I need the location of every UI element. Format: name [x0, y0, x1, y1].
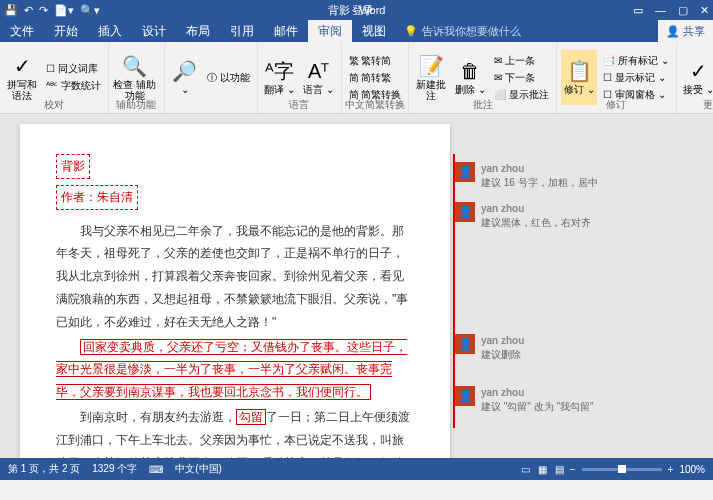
- comment[interactable]: 👤yan zhou建议 16 号字，加粗，居中: [455, 162, 598, 190]
- ribbon-button[interactable]: 🔎⌄: [169, 50, 201, 105]
- zoom-in[interactable]: +: [668, 464, 674, 475]
- ribbon-small-button[interactable]: 繁 繁转简: [346, 53, 405, 69]
- ribbon-button[interactable]: 🗑删除 ⌄: [452, 50, 488, 105]
- group-label: 校对: [0, 98, 108, 112]
- comment-author: yan zhou: [481, 386, 594, 400]
- tell-me[interactable]: 💡 告诉我你想要做什么: [396, 20, 529, 42]
- ribbon-button[interactable]: ᴬ字翻译 ⌄: [262, 50, 298, 105]
- ribbon-small-button[interactable]: 简 简转繁: [346, 70, 405, 86]
- zoom-slider[interactable]: [582, 468, 662, 471]
- group-label: 中文简繁转换: [342, 98, 409, 112]
- tab-file[interactable]: 文件: [0, 20, 44, 42]
- close-icon[interactable]: ✕: [700, 4, 709, 17]
- tracked-delete: 回家变卖典质，父亲还了亏空；又借钱办了丧事。这些日子，家中光景很是惨淡，一半为了…: [56, 339, 407, 401]
- tab-design[interactable]: 设计: [132, 20, 176, 42]
- ribbon-small-button[interactable]: ⓘ 以功能: [204, 70, 253, 86]
- avatar-icon: 👤: [455, 386, 475, 406]
- ribbon-small-button[interactable]: ☐ 同义词库: [43, 61, 104, 77]
- qat-doc[interactable]: 📄▾: [54, 4, 74, 17]
- group-label: 辅助功能: [109, 98, 164, 112]
- ribbon-tabs: 文件 开始 插入 设计 布局 引用 邮件 审阅 视图 💡 告诉我你想要做什么 👤…: [0, 20, 713, 42]
- ribbon-small-button[interactable]: 📑 所有标记 ⌄: [600, 53, 672, 69]
- comment-author: yan zhou: [481, 334, 524, 348]
- ribbon: ✓拼写和语法☐ 同义词库ᴬᴮᶜ 字数统计校对🔍检查 辅助功能辅助功能🔎⌄ⓘ 以功…: [0, 42, 713, 114]
- comment-text: 建议删除: [481, 348, 524, 362]
- tracked-change: 勾留: [236, 409, 266, 425]
- doc-author[interactable]: 作者：朱自清: [56, 185, 138, 210]
- web-layout-icon[interactable]: ▤: [555, 464, 564, 475]
- ribbon-button[interactable]: ✓接受 ⌄: [681, 50, 713, 105]
- paragraph[interactable]: 回家变卖典质，父亲还了亏空；又借钱办了丧事。这些日子，家中光景很是惨淡，一半为了…: [56, 336, 414, 404]
- zoom-level[interactable]: 100%: [679, 464, 705, 475]
- ribbon-small-button[interactable]: ✉ 上一条: [491, 53, 552, 69]
- ime-indicator[interactable]: ⌨: [149, 464, 163, 475]
- qat-find[interactable]: 🔍▾: [80, 4, 100, 17]
- ribbon-display-icon[interactable]: ▭: [633, 4, 643, 17]
- tab-view[interactable]: 视图: [352, 20, 396, 42]
- print-layout-icon[interactable]: ▦: [538, 464, 547, 475]
- ribbon-button[interactable]: 📋修订 ⌄: [561, 50, 597, 105]
- minimize-icon[interactable]: —: [655, 4, 666, 17]
- comment[interactable]: 👤yan zhou建议 "勾留" 改为 "我勾留": [455, 386, 594, 414]
- paragraph[interactable]: 我与父亲不相见已二年余了，我最不能忘记的是他的背影。那年冬天，祖母死了，父亲的差…: [56, 220, 414, 334]
- page-indicator[interactable]: 第 1 页，共 2 页: [8, 462, 80, 476]
- status-bar: 第 1 页，共 2 页 1329 个字 ⌨ 中文(中国) ▭ ▦ ▤ − + 1…: [0, 458, 713, 480]
- qat-undo[interactable]: ↶: [24, 4, 33, 17]
- tab-mailings[interactable]: 邮件: [264, 20, 308, 42]
- tab-insert[interactable]: 插入: [88, 20, 132, 42]
- language-indicator[interactable]: 中文(中国): [175, 462, 222, 476]
- comment-author: yan zhou: [481, 202, 591, 216]
- window-title: 背影 - Word: [328, 3, 386, 18]
- group-label: 语言: [258, 98, 341, 112]
- ribbon-button[interactable]: 📝新建批注: [413, 50, 449, 105]
- document-area: 背影 作者：朱自清 我与父亲不相见已二年余了，我最不能忘记的是他的背影。那年冬天…: [0, 114, 713, 458]
- comments-pane: 👤yan zhou建议 16 号字，加粗，居中👤yan zhou建议黑体，红色，…: [455, 124, 695, 458]
- ribbon-button[interactable]: ✓拼写和语法: [4, 50, 40, 105]
- maximize-icon[interactable]: ▢: [678, 4, 688, 17]
- group-label: 批注: [409, 98, 556, 112]
- doc-title[interactable]: 背影: [56, 154, 90, 179]
- comment[interactable]: 👤yan zhou建议黑体，红色，右对齐: [455, 202, 591, 230]
- avatar-icon: 👤: [455, 334, 475, 354]
- qat-save[interactable]: 💾: [4, 4, 18, 17]
- word-count[interactable]: 1329 个字: [92, 462, 137, 476]
- paragraph[interactable]: 到南京时，有朋友约去游逛，勾留了一日；第二日上午便须渡江到浦口，下午上车北去。父…: [56, 406, 414, 458]
- qat-redo[interactable]: ↷: [39, 4, 48, 17]
- group-label: 修订: [557, 98, 676, 112]
- comment-author: yan zhou: [481, 162, 598, 176]
- comment-text: 建议 "勾留" 改为 "我勾留": [481, 400, 594, 414]
- tab-layout[interactable]: 布局: [176, 20, 220, 42]
- ribbon-small-button[interactable]: ᴬᴮᶜ 字数统计: [43, 78, 104, 94]
- comment[interactable]: 👤yan zhou建议删除: [455, 334, 524, 362]
- document-page[interactable]: 背影 作者：朱自清 我与父亲不相见已二年余了，我最不能忘记的是他的背影。那年冬天…: [20, 124, 450, 458]
- read-mode-icon[interactable]: ▭: [521, 464, 530, 475]
- tab-references[interactable]: 引用: [220, 20, 264, 42]
- comment-text: 建议黑体，红色，右对齐: [481, 216, 591, 230]
- tab-review[interactable]: 审阅: [308, 20, 352, 42]
- share-button[interactable]: 👤 共享: [658, 20, 713, 42]
- ribbon-small-button[interactable]: ✉ 下一条: [491, 70, 552, 86]
- zoom-out[interactable]: −: [570, 464, 576, 475]
- comment-text: 建议 16 号字，加粗，居中: [481, 176, 598, 190]
- quick-access-toolbar: 💾 ↶ ↷ 📄▾ 🔍▾: [4, 4, 100, 17]
- avatar-icon: 👤: [455, 162, 475, 182]
- ribbon-button[interactable]: Aᵀ语言 ⌄: [301, 50, 337, 105]
- avatar-icon: 👤: [455, 202, 475, 222]
- ribbon-small-button[interactable]: ☐ 显示标记 ⌄: [600, 70, 672, 86]
- tab-home[interactable]: 开始: [44, 20, 88, 42]
- group-label: 更改: [677, 98, 713, 112]
- ribbon-button[interactable]: 🔍检查 辅助功能: [113, 50, 157, 105]
